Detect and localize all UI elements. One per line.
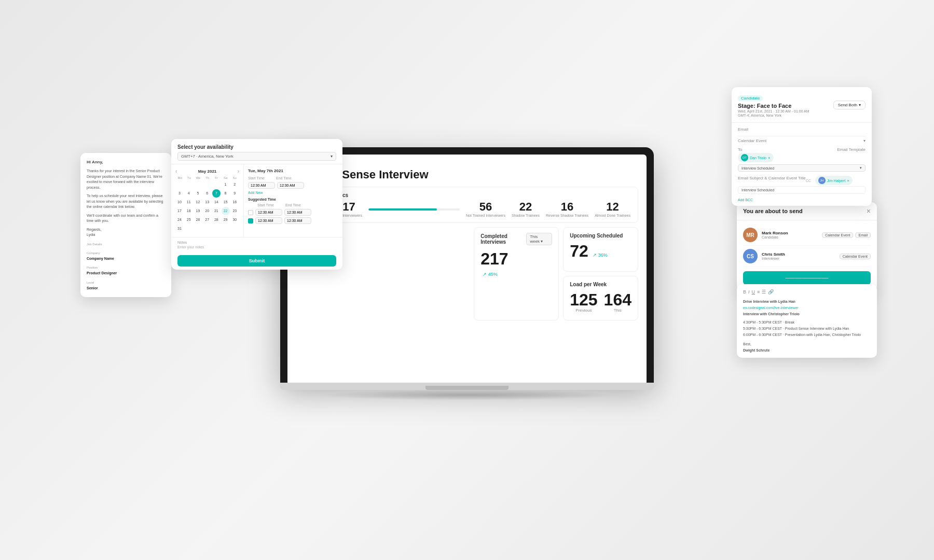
toolbar-bold[interactable]: B — [743, 288, 746, 296]
interview-christopher-item: Interview with Christopher Triolo — [743, 311, 871, 317]
cal-next[interactable]: › — [238, 169, 239, 174]
suggested-label: Suggested Time — [248, 198, 338, 201]
cc-avatar: JH — [818, 177, 826, 184]
notes-area: Notes Enter your notes — [171, 237, 342, 252]
stat-not-trained: 56 Not Trained Interviewers — [466, 201, 505, 217]
completed-panel: Completed Interviews This week ▾ 217 ↗ 4… — [474, 227, 559, 320]
email-card: Hi Anny, Thanks for your interest in the… — [80, 153, 171, 297]
sign-off: Best, Dwight Schrute — [743, 341, 871, 354]
subject-input[interactable]: Interview Scheduled — [738, 186, 866, 194]
schedule-list: 4:30PM - 5:30PM CEST · Break 5:30PM - 6:… — [743, 319, 871, 338]
toolbar-link[interactable]: 🔗 — [768, 288, 774, 296]
end-time-input[interactable]: 12:30 AM — [277, 182, 304, 189]
stat-shadow: 22 Shadow Trainees — [512, 201, 540, 217]
recipient-row-chris: CS Chris Smith Interviewer Calendar Even… — [743, 246, 871, 267]
confirm-popup: You are about to send × MR Mark Ronson C… — [737, 202, 877, 291]
suggested-time-header: Start Time End Time — [248, 203, 338, 207]
subject-form-row: Email Subject & Calendar Event Title CC … — [738, 176, 866, 194]
stat-reverse-shadow: 16 Reverse Shadow Trainees — [546, 201, 588, 217]
training-stats-section: Training Statistics 288 Interviewers 217… — [296, 187, 638, 223]
confirm-title: You are about to send — [743, 208, 803, 214]
email-regards: Regards, — [87, 227, 165, 233]
email-sender: Lydia — [87, 232, 165, 238]
load-per-week-panel: Load per Week 125 Previous 164 This — [563, 276, 638, 320]
confirm-close-button[interactable]: × — [867, 207, 871, 215]
confirm-send-button[interactable]: ───────────── — [743, 271, 871, 285]
laptop-base — [280, 383, 654, 390]
email-body: Thanks for your interest in the Senior P… — [87, 169, 165, 190]
suggested-row-1[interactable]: 12:30 AM 12:30 AM — [248, 209, 338, 216]
email-greeting: Hi Anny, — [87, 159, 165, 165]
page-title: Product Sense Interview — [296, 168, 638, 181]
email-schedule-text: To help us schedule your next interview,… — [87, 193, 165, 210]
position-section: Position Product Designer — [87, 265, 165, 276]
send-both-button[interactable]: Send Both ▾ — [833, 101, 866, 109]
template-select[interactable]: Interview Scheduled ▾ — [738, 164, 866, 172]
schedule-item-2: 5:30PM - 6:30PM CEST · Product Sense Int… — [743, 326, 871, 332]
email-form-row: Email — [738, 127, 866, 132]
recipient-types-mark: Calendar Event Email — [822, 232, 871, 238]
remove-to[interactable]: × — [768, 156, 771, 160]
email-cta: We'll coordinate with our team and confi… — [87, 213, 165, 224]
schedule-item-1: 4:30PM - 5:30PM CEST · Break — [743, 319, 871, 326]
company-section: Company Company Name — [87, 251, 165, 262]
suggested-row-2[interactable]: 12:30 AM 12:30 AM — [248, 217, 338, 224]
send-date: Wed, April 21st, 2021 · 12:30 AM - 01:00… — [738, 109, 809, 113]
add-bcc-link[interactable]: Add BCC — [738, 198, 866, 202]
email-toolbar: B I U ≡ ☰ 🔗 — [743, 288, 871, 296]
level-section: Level Senior — [87, 281, 165, 291]
training-stats-title: Training Statistics — [304, 192, 630, 198]
add-new-link[interactable]: Add New — [248, 191, 338, 194]
send-timezone: GMT-4: America, New York — [738, 114, 809, 117]
schedule-item-3: 6:00PM - 6:30PM CEST · Presentation with… — [743, 332, 871, 338]
to-tag[interactable]: DT Dan Triolo × — [738, 153, 774, 162]
email-preview-card: B I U ≡ ☰ 🔗 Drive Interview with Lydia H… — [737, 284, 877, 358]
send-panel: Candidate Stage: Face to Face Wed, April… — [732, 87, 872, 206]
training-progress-bar — [368, 208, 460, 211]
timezone-select[interactable]: GMT+7 · America, New York ▾ — [177, 152, 336, 161]
recipient-info-mark: Mark Ronson Candidate — [762, 231, 818, 239]
suggested-checkbox-1[interactable] — [248, 210, 253, 215]
module-label: Interview Module — [296, 161, 638, 166]
drive-interview-item: Drive Interview with Lydia Han — [743, 299, 871, 305]
toolbar-align[interactable]: ≡ — [757, 288, 760, 296]
to-form-row: To Email Template DT Dan Triolo × Interv… — [738, 147, 866, 172]
candidate-tag: Candidate — [738, 95, 763, 101]
codesignal-link-item[interactable]: ex.codesignal.com/live-interviewer — [743, 305, 871, 311]
time-slot-date: Tue, May 7th 2021 — [248, 169, 338, 173]
time-input-row[interactable]: 12:30 AM 12:30 AM — [248, 182, 338, 189]
job-details-section: Job Details — [87, 242, 165, 247]
time-slot-panel: Tue, May 7th 2021 Start Time End Time 12… — [244, 164, 342, 237]
start-time-input[interactable]: 12:30 AM — [248, 182, 275, 189]
recipient-types-chris: Calendar Event — [840, 254, 871, 259]
recipient-info-chris: Chris Smith Interviewer — [762, 252, 835, 260]
calendar-form-row: Calendar Event ▾ — [738, 138, 866, 143]
cc-tag[interactable]: JH Jim Halpert × — [815, 176, 853, 185]
remove-cc[interactable]: × — [847, 178, 849, 183]
scheduled-panel: Upcoming Scheduled 72 ↗ 36% — [563, 227, 638, 272]
recipient-avatar-mark: MR — [743, 228, 758, 242]
submit-button[interactable]: Submit — [177, 255, 336, 267]
recipient-row-mark: MR Mark Ronson Candidate Calendar Event … — [743, 225, 871, 246]
stat-almost-done: 12 Almost Done Trainees — [595, 201, 630, 217]
toolbar-list[interactable]: ☰ — [762, 288, 766, 296]
week-filter[interactable]: This week ▾ — [526, 233, 552, 245]
to-avatar: DT — [741, 154, 748, 161]
mini-calendar: ‹ May 2021 › Mo Tu We Th Fr Sa Su — [171, 164, 244, 237]
toolbar-underline[interactable]: U — [752, 288, 756, 296]
cal-prev[interactable]: ‹ — [175, 169, 177, 174]
calendar-card: Select your availability GMT+7 · America… — [171, 139, 342, 270]
stage-title: Stage: Face to Face — [738, 103, 809, 109]
recipient-avatar-chris: CS — [743, 249, 758, 263]
toolbar-italic[interactable]: I — [748, 288, 750, 296]
suggested-checkbox-2[interactable] — [248, 218, 253, 223]
calendar-header-title: Select your availability — [177, 144, 336, 150]
time-row-header: Start Time End Time — [248, 176, 338, 180]
notes-input[interactable]: Enter your notes — [177, 245, 336, 249]
